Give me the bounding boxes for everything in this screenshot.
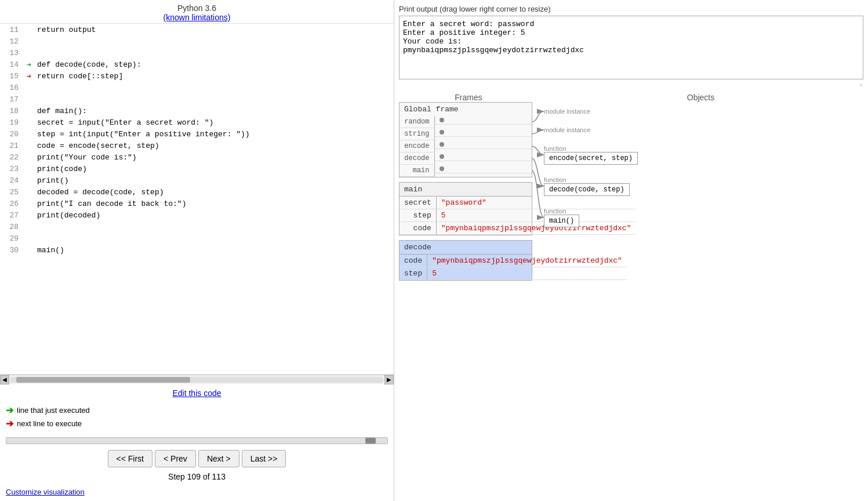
global-var-main: main: [400, 165, 532, 177]
line-number-30: 30: [0, 244, 23, 256]
print-output-label: Print output (drag lower right corner to…: [399, 5, 863, 13]
red-arrow-icon: ➔: [6, 418, 13, 429]
line-number-16: 16: [0, 82, 23, 93]
red-arrow: ➔: [27, 72, 31, 81]
code-line-21: 21 code = encode(secret, step): [0, 140, 394, 151]
global-frame: Global frame randomstringencodedecodemai…: [399, 102, 532, 177]
obj5-type-label: function: [544, 208, 863, 215]
line-number-18: 18: [0, 105, 23, 117]
next-button[interactable]: Next >: [198, 450, 239, 467]
global-frame-title: Global frame: [400, 103, 532, 116]
global-var-random: random: [400, 116, 532, 128]
arrow-cell-30: [23, 244, 35, 256]
code-text-15: return code[::step]: [35, 70, 394, 82]
frames-section: Global frame randomstringencodedecodemai…: [399, 102, 538, 380]
global-var-value-string: [435, 128, 532, 137]
arrow-cell-18: [23, 105, 35, 117]
global-var-value-decode: [435, 153, 532, 161]
code-line-13: 13: [0, 47, 394, 59]
left-panel: Python 3.6 (known limitations) 11 return…: [0, 0, 394, 501]
code-text-24: print(): [35, 175, 394, 186]
global-var-decode: decode: [400, 153, 532, 165]
code-text-26: print("I can decode it back to:"): [35, 198, 394, 209]
code-line-15: 15➔ return code[::step]: [0, 70, 394, 82]
line-number-29: 29: [0, 233, 23, 244]
red-legend-label: next line to execute: [17, 419, 82, 428]
line-number-19: 19: [0, 117, 23, 128]
horizontal-scrollbar[interactable]: ◀ ▶: [0, 375, 394, 384]
arrow-cell-27: [23, 209, 35, 221]
arrow-cell-29: [23, 233, 35, 244]
arrow-cell-15: ➔: [23, 70, 35, 82]
first-button[interactable]: << First: [108, 450, 152, 467]
object-function-decode: function decode(code, step): [544, 176, 863, 196]
code-line-25: 25 decoded = decode(code, step): [0, 186, 394, 198]
code-line-11: 11 return output: [0, 24, 394, 35]
main-frame-title: main: [400, 183, 532, 197]
obj4-value: decode(code, step): [544, 183, 630, 196]
arrow-cell-24: [23, 175, 35, 186]
obj4-type-label: function: [544, 176, 863, 183]
connector-dot: [440, 142, 444, 147]
obj3-value: encode(secret, step): [544, 152, 638, 165]
line-number-26: 26: [0, 198, 23, 209]
line-number-24: 24: [0, 175, 23, 186]
scroll-right-arrow[interactable]: ▶: [384, 375, 394, 384]
line-number-21: 21: [0, 140, 23, 151]
arrow-cell-28: [23, 221, 35, 233]
frames-objects-headers: Frames Objects: [399, 93, 863, 102]
code-line-18: 18def main():: [0, 105, 394, 117]
code-line-28: 28: [0, 221, 394, 233]
print-output-box[interactable]: [399, 16, 863, 79]
main-var-name-code: code: [400, 222, 436, 235]
code-text-18: def main():: [35, 105, 394, 117]
arrow-cell-20: [23, 128, 35, 140]
progress-thumb[interactable]: [365, 438, 376, 444]
line-number-28: 28: [0, 221, 23, 233]
arrow-cell-21: [23, 140, 35, 151]
code-line-17: 17: [0, 93, 394, 105]
global-frame-vars: randomstringencodedecodemain: [400, 116, 532, 177]
object-module-instance-2: module instance: [544, 126, 863, 133]
arrow-cell-23: [23, 163, 35, 175]
customize-link[interactable]: Customize visualization: [6, 488, 85, 496]
prev-button[interactable]: < Prev: [155, 450, 196, 467]
code-table: 11 return output121314➔def decode(code, …: [0, 24, 394, 256]
code-line-24: 24 print(): [0, 175, 394, 186]
progress-bar-area[interactable]: [0, 434, 394, 448]
h-scroll-thumb[interactable]: [16, 377, 190, 383]
green-arrow-icon: ➔: [6, 405, 13, 416]
line-number-27: 27: [0, 209, 23, 221]
frames-objects-container: Global frame randomstringencodedecodemai…: [399, 102, 863, 380]
scroll-left-arrow[interactable]: ◀: [0, 375, 9, 384]
obj3-type-label: function: [544, 145, 863, 152]
var-value-text: "password": [441, 198, 486, 207]
connector-dot: [440, 154, 444, 159]
code-text-17: [35, 93, 394, 105]
line-number-15: 15: [0, 70, 23, 82]
code-text-13: [35, 47, 394, 59]
python-version-label: Python 3.6: [177, 3, 216, 13]
green-arrow: ➔: [27, 60, 31, 70]
code-line-20: 20 step = int(input("Enter a positive in…: [0, 128, 394, 140]
connector-dot: [440, 166, 444, 171]
line-number-11: 11: [0, 24, 23, 35]
arrow-cell-12: [23, 35, 35, 47]
global-var-name-decode: decode: [400, 153, 434, 165]
edit-code-link[interactable]: Edit this code: [172, 389, 221, 398]
var-value-text: 5: [432, 269, 437, 278]
known-limitations-link[interactable]: (known limitations): [164, 13, 231, 22]
customize-link-container: Customize visualization: [0, 485, 394, 501]
objects-header: Objects: [538, 93, 863, 102]
progress-bar[interactable]: [6, 437, 388, 444]
code-text-16: [35, 82, 394, 93]
line-number-22: 22: [0, 151, 23, 163]
line-number-17: 17: [0, 93, 23, 105]
code-line-27: 27 print(decoded): [0, 209, 394, 221]
arrow-cell-11: [23, 24, 35, 35]
main-frame: main secret"password"step5code"pmynbaiqp…: [399, 182, 532, 235]
last-button[interactable]: Last >>: [242, 450, 286, 467]
global-var-name-random: random: [400, 116, 434, 128]
decode-frame-title: decode: [400, 241, 532, 255]
arrow-cell-19: [23, 117, 35, 128]
